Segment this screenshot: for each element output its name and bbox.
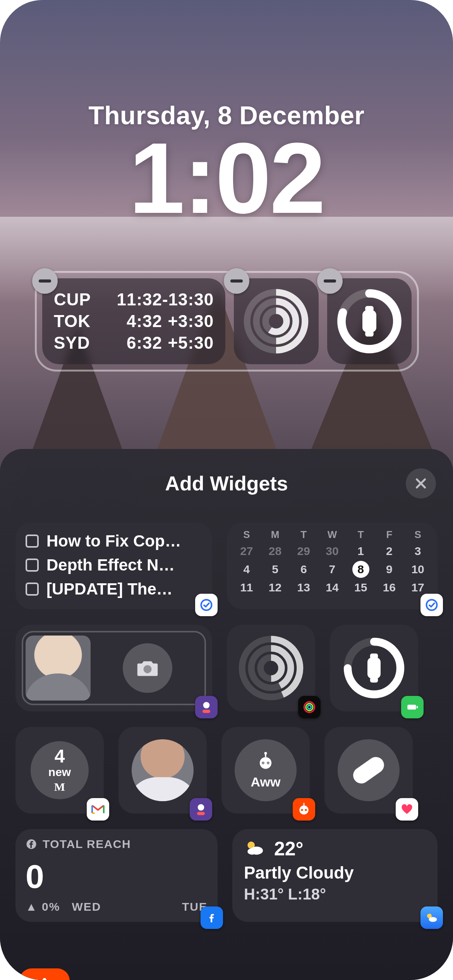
widget-facebook-reach[interactable]: TOTAL REACH 0 ▲ 0% WED TUE (15, 829, 218, 922)
svg-rect-10 (365, 331, 374, 336)
suggestion-apollo-icon[interactable] (19, 968, 70, 980)
remove-widget-button[interactable] (32, 268, 58, 294)
svg-rect-28 (370, 654, 378, 659)
reminder-item: Depth Effect N… (26, 556, 202, 574)
camera-icon (134, 654, 161, 682)
widget-calendar[interactable]: SMTWTFS272829301234567891011121314151617 (227, 523, 438, 609)
gmail-label: new (48, 766, 71, 778)
svg-point-46 (247, 848, 256, 855)
worldclock-table: CUP 11:32 -13:30 TOK 4:32 +3:30 SYD 6:32… (42, 284, 225, 358)
svg-point-38 (264, 752, 267, 754)
robot-icon (256, 751, 276, 771)
add-widgets-sheet: Add Widgets How to Fix Cop… Depth Effect… (0, 449, 453, 980)
app-badge-things-icon (195, 594, 218, 616)
svg-point-35 (262, 761, 264, 764)
app-badge-amity-icon (195, 696, 218, 718)
gmail-count: 4 (55, 747, 65, 766)
svg-point-14 (203, 702, 210, 709)
device-frame: Thursday, 8 December 1:02 CUP 11:32 -13:… (0, 0, 453, 980)
widget-contact[interactable] (118, 727, 207, 814)
apollo-circle: Aww (235, 739, 297, 801)
svg-point-48 (429, 917, 437, 922)
pill-icon (350, 754, 387, 787)
svg-point-32 (198, 804, 204, 811)
apollo-label: Aww (251, 774, 281, 790)
fitness-rings-icon (243, 288, 309, 354)
svg-rect-8 (362, 310, 376, 332)
widget-gmail[interactable]: 4 new M (15, 727, 104, 814)
app-badge-fitness-icon (298, 696, 321, 718)
svg-rect-27 (367, 658, 381, 678)
pill-circle (338, 739, 400, 801)
svg-point-24 (308, 706, 311, 709)
svg-rect-33 (197, 812, 205, 815)
fb-delta: ▲ 0% (26, 900, 60, 913)
worldclock-city: CUP (54, 290, 104, 309)
remove-widget-button[interactable] (317, 268, 343, 294)
widget-fitness-rings[interactable] (227, 625, 315, 711)
lock-widget-fitness-rings[interactable] (234, 278, 318, 364)
worldclock-time: 11:32 (104, 290, 162, 309)
reminder-item: [UPDATE] The… (26, 580, 202, 598)
svg-point-53 (43, 978, 46, 980)
weather-temp: 22° (274, 838, 304, 860)
svg-point-41 (305, 809, 307, 811)
watch-battery-icon (335, 286, 404, 356)
app-badge-weather-icon (420, 906, 443, 929)
checkbox-icon (26, 535, 39, 548)
app-badge-facebook-icon (201, 906, 223, 929)
reminder-item: How to Fix Cop… (26, 532, 202, 550)
svg-point-13 (144, 665, 152, 673)
widget-apollo[interactable]: Aww (221, 727, 310, 814)
svg-rect-15 (202, 710, 210, 713)
lock-widget-strip[interactable]: CUP 11:32 -13:30 TOK 4:32 +3:30 SYD 6:32… (35, 271, 419, 372)
fitness-rings-icon (238, 635, 304, 701)
weather-condition: Partly Cloudy (244, 863, 426, 882)
fb-value: 0 (26, 860, 208, 893)
checkbox-icon (26, 559, 39, 572)
worldclock-offset: -13:30 (162, 290, 214, 309)
checkbox-icon (26, 583, 39, 596)
svg-point-34 (260, 757, 271, 769)
lock-time[interactable]: 1:02 (0, 128, 453, 228)
fb-day-left: WED (72, 900, 101, 913)
widget-reminders[interactable]: How to Fix Cop… Depth Effect N… [UPDATE]… (15, 523, 212, 609)
widget-watch-battery[interactable] (330, 625, 418, 711)
lock-widget-worldclock[interactable]: CUP 11:32 -13:30 TOK 4:32 +3:30 SYD 6:32… (42, 278, 225, 364)
facebook-icon (26, 838, 37, 850)
memoji-avatar (26, 636, 91, 701)
app-badge-battery-icon (401, 696, 424, 718)
widget-medications[interactable] (324, 727, 413, 814)
partly-cloudy-icon (244, 838, 266, 860)
lock-widget-watch-battery[interactable] (327, 278, 412, 364)
svg-point-23 (306, 704, 313, 711)
svg-rect-30 (407, 705, 416, 710)
svg-point-39 (299, 805, 308, 814)
fb-title: TOTAL REACH (43, 838, 131, 851)
svg-rect-31 (417, 706, 418, 708)
remove-widget-button[interactable] (224, 268, 249, 294)
calendar-grid: SMTWTFS272829301234567891011121314151617 (227, 523, 438, 600)
weather-hilo: H:31° L:18° (244, 886, 426, 903)
svg-rect-29 (370, 677, 378, 683)
app-badge-gmail-icon (87, 798, 109, 821)
gmail-m-icon: M (54, 780, 65, 793)
widget-suggestion-row: Apollo (15, 968, 438, 980)
contact-avatar (132, 739, 194, 801)
app-badge-apollo-icon (293, 798, 315, 821)
app-badge-things-icon (420, 594, 443, 616)
svg-point-40 (301, 809, 303, 811)
watch-battery-icon (341, 635, 407, 701)
widget-memoji-camera[interactable] (15, 625, 212, 711)
gmail-circle: 4 new M (31, 741, 89, 799)
app-badge-amity-icon (190, 798, 212, 821)
sheet-title: Add Widgets (165, 472, 288, 495)
widget-weather[interactable]: 22° Partly Cloudy H:31° L:18° (232, 829, 438, 922)
app-badge-health-icon (396, 798, 418, 821)
svg-rect-9 (365, 306, 374, 311)
camera-button (123, 643, 172, 693)
svg-point-36 (267, 761, 269, 764)
close-icon (414, 476, 428, 490)
close-button[interactable] (406, 468, 436, 499)
